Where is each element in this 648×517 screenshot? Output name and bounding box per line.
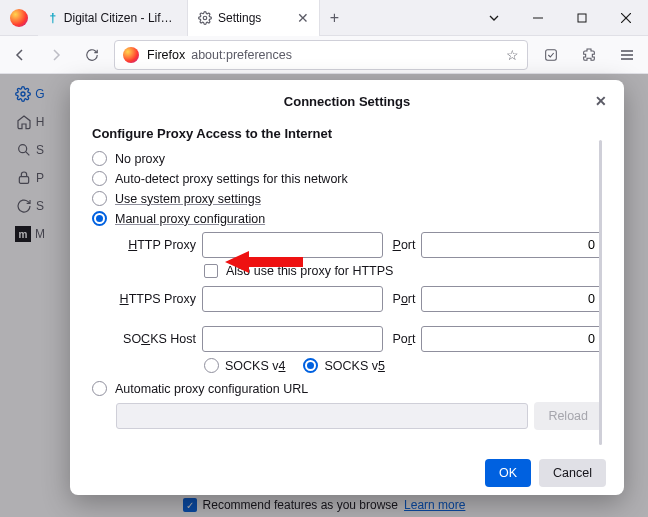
https-port-input[interactable] bbox=[421, 286, 602, 312]
tab-settings[interactable]: Settings ✕ bbox=[188, 0, 320, 36]
reload-button[interactable] bbox=[78, 41, 106, 69]
dialog-heading: Configure Proxy Access to the Internet bbox=[92, 126, 602, 141]
radio-label: Auto-detect proxy settings for this netw… bbox=[115, 172, 348, 186]
tab-digital-citizen[interactable]: † Digital Citizen - Life in a digital bbox=[38, 0, 188, 36]
http-proxy-input[interactable] bbox=[202, 232, 383, 258]
back-button[interactable] bbox=[6, 41, 34, 69]
auto-url-input bbox=[116, 403, 528, 429]
radio-icon bbox=[204, 358, 219, 373]
checkbox-label: Also use this proxy for HTTPS bbox=[226, 264, 393, 278]
dialog-scrollbar[interactable] bbox=[599, 140, 602, 445]
tab-strip: † Digital Citizen - Life in a digital Se… bbox=[38, 0, 348, 36]
radio-auto-url[interactable]: Automatic proxy configuration URL bbox=[92, 381, 602, 396]
maximize-button[interactable] bbox=[560, 0, 604, 36]
account-icon[interactable] bbox=[536, 40, 566, 70]
radio-icon bbox=[92, 151, 107, 166]
app-menu-icon[interactable] bbox=[612, 40, 642, 70]
firefox-logo bbox=[10, 9, 28, 27]
radio-auto-detect[interactable]: Auto-detect proxy settings for this netw… bbox=[92, 171, 602, 186]
socks-label: SOCKS Host bbox=[116, 332, 196, 346]
cancel-button[interactable]: Cancel bbox=[539, 459, 606, 487]
bookmark-star-icon[interactable]: ☆ bbox=[506, 47, 519, 63]
svg-rect-2 bbox=[578, 14, 586, 22]
radio-manual[interactable]: Manual proxy configuration bbox=[92, 211, 602, 226]
port-label: Port bbox=[393, 238, 416, 252]
titlebar: † Digital Citizen - Life in a digital Se… bbox=[0, 0, 648, 36]
url-bar[interactable]: Firefox about:preferences ☆ bbox=[114, 40, 528, 70]
socks5-label: SOCKS v5 bbox=[324, 359, 384, 373]
svg-rect-5 bbox=[546, 49, 557, 60]
radio-icon bbox=[92, 381, 107, 396]
minimize-button[interactable] bbox=[516, 0, 560, 36]
radio-selected-icon bbox=[303, 358, 318, 373]
radio-use-system[interactable]: Use system proxy settings bbox=[92, 191, 602, 206]
socks-port-input[interactable] bbox=[421, 326, 602, 352]
dialog-close-button[interactable]: ✕ bbox=[590, 90, 612, 112]
favicon-cross-icon: † bbox=[48, 11, 58, 25]
close-tab-icon[interactable]: ✕ bbox=[297, 10, 309, 26]
window-controls bbox=[472, 0, 648, 36]
port-label: Port bbox=[393, 332, 416, 346]
connection-settings-dialog: Connection Settings ✕ Configure Proxy Ac… bbox=[70, 80, 624, 495]
radio-socks-v4[interactable]: SOCKS v4 bbox=[204, 358, 285, 373]
tab-title: Digital Citizen - Life in a digital bbox=[64, 11, 177, 25]
more-button[interactable] bbox=[472, 0, 516, 36]
tab-title: Settings bbox=[218, 11, 261, 25]
nav-toolbar: Firefox about:preferences ☆ bbox=[0, 36, 648, 74]
https-proxy-row: HTTPS Proxy Port bbox=[116, 286, 602, 312]
https-proxy-input[interactable] bbox=[202, 286, 383, 312]
socks-version-row: SOCKS v4 SOCKS v5 bbox=[204, 358, 602, 373]
radio-label: Manual proxy configuration bbox=[115, 212, 265, 226]
new-tab-button[interactable]: + bbox=[320, 0, 348, 36]
https-label: HTTPS Proxy bbox=[116, 292, 196, 306]
svg-point-0 bbox=[203, 16, 207, 20]
extensions-icon[interactable] bbox=[574, 40, 604, 70]
radio-icon bbox=[92, 171, 107, 186]
dialog-header: Connection Settings ✕ bbox=[70, 80, 624, 122]
dialog-title: Connection Settings bbox=[284, 94, 410, 109]
radio-label: No proxy bbox=[115, 152, 165, 166]
firefox-icon bbox=[123, 47, 139, 63]
socks-host-input[interactable] bbox=[202, 326, 383, 352]
url-scheme: Firefox bbox=[147, 48, 185, 62]
radio-label: Use system proxy settings bbox=[115, 192, 261, 206]
http-label: HTTP Proxy bbox=[116, 238, 196, 252]
dialog-body: Configure Proxy Access to the Internet N… bbox=[70, 122, 624, 451]
auto-url-row: Reload bbox=[116, 402, 602, 430]
page: G H S P S mM ✓ Recommend features as you… bbox=[0, 74, 648, 517]
also-https-row[interactable]: Also use this proxy for HTTPS bbox=[204, 264, 602, 278]
dialog-footer: OK Cancel bbox=[70, 451, 624, 495]
reload-button: Reload bbox=[534, 402, 602, 430]
http-proxy-row: HTTP Proxy Port bbox=[116, 232, 602, 258]
ok-button[interactable]: OK bbox=[485, 459, 531, 487]
radio-label: Automatic proxy configuration URL bbox=[115, 382, 308, 396]
radio-socks-v5[interactable]: SOCKS v5 bbox=[303, 358, 384, 373]
http-port-input[interactable] bbox=[421, 232, 602, 258]
close-window-button[interactable] bbox=[604, 0, 648, 36]
radio-no-proxy[interactable]: No proxy bbox=[92, 151, 602, 166]
socks-host-row: SOCKS Host Port bbox=[116, 326, 602, 352]
port-label: Port bbox=[393, 292, 416, 306]
forward-button[interactable] bbox=[42, 41, 70, 69]
gear-icon bbox=[198, 11, 212, 25]
checkbox-icon bbox=[204, 264, 218, 278]
radio-icon bbox=[92, 191, 107, 206]
url-path: about:preferences bbox=[191, 48, 292, 62]
radio-selected-icon bbox=[92, 211, 107, 226]
socks4-label: SOCKS v4 bbox=[225, 359, 285, 373]
